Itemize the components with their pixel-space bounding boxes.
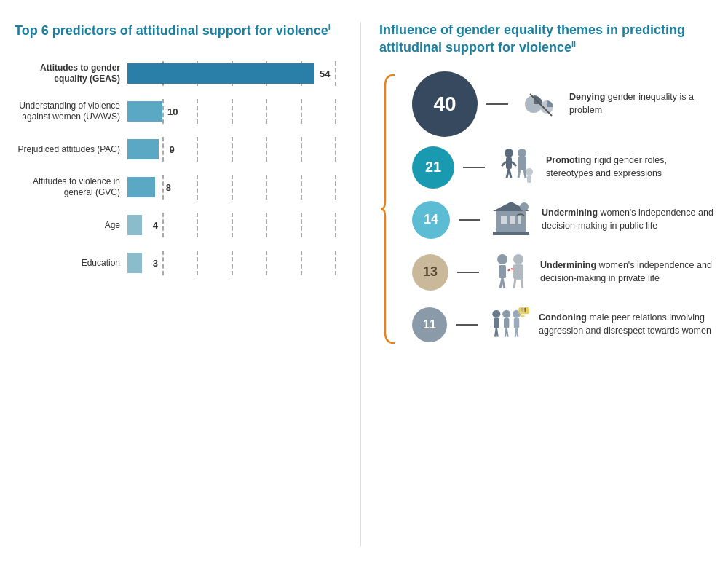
chart-wrapper: 10 <box>127 99 335 124</box>
svg-marker-42 <box>520 314 525 317</box>
grid-line <box>335 61 336 86</box>
bar-row: Understanding of violence against women … <box>15 99 335 124</box>
chart-wrapper: 4 <box>127 213 335 237</box>
theme-icon <box>517 82 561 126</box>
svg-line-37 <box>507 328 508 336</box>
grid-line <box>232 213 233 237</box>
theme-icon <box>488 251 531 294</box>
grid-line <box>335 137 336 162</box>
svg-rect-31 <box>504 318 509 328</box>
bar-fill: 10 <box>127 101 162 122</box>
connector-line <box>459 219 480 221</box>
bar-row: Attitudes to gender equality (GEAS)54 <box>15 61 335 86</box>
svg-rect-19 <box>493 232 529 235</box>
grid-line <box>266 175 267 200</box>
theme-text: Denying gender inequality is a problem <box>569 91 713 117</box>
bar-row: Education3 <box>15 251 335 275</box>
chart-wrapper: 3 <box>127 251 335 275</box>
bar-label: Age <box>15 220 127 232</box>
grid-line <box>301 175 302 200</box>
grid-line <box>232 137 233 162</box>
left-title-sup: i <box>328 23 331 31</box>
svg-rect-18 <box>518 216 521 224</box>
bar-fill: 9 <box>127 139 159 159</box>
orange-bracket <box>379 71 401 347</box>
grid-line <box>162 213 164 237</box>
bar-value: 10 <box>167 106 178 117</box>
svg-point-21 <box>497 254 507 264</box>
bar-value: 3 <box>153 258 158 269</box>
svg-line-27 <box>521 278 523 288</box>
svg-rect-16 <box>501 216 507 224</box>
svg-point-9 <box>518 149 526 157</box>
bar-value: 9 <box>170 144 175 155</box>
connector-line <box>486 103 508 105</box>
grid-line <box>301 251 302 275</box>
circle-item-row: 14 Undermining women's independence and … <box>412 198 713 242</box>
grid-line <box>162 99 164 124</box>
grid-line <box>197 137 198 162</box>
grid-line <box>197 213 198 237</box>
svg-rect-29 <box>494 318 499 328</box>
svg-line-24 <box>502 278 505 288</box>
theme-icon <box>494 146 537 189</box>
grid-line <box>335 99 336 124</box>
grid-line <box>266 251 267 275</box>
bar-label: Attitudes to violence in general (GVC) <box>15 176 127 199</box>
svg-rect-4 <box>506 157 512 169</box>
bar-value: 4 <box>153 220 158 231</box>
grid-line <box>162 251 164 275</box>
grid-line <box>162 137 164 162</box>
svg-line-7 <box>502 162 506 166</box>
svg-rect-13 <box>527 175 531 183</box>
svg-text:!!!: !!! <box>520 307 526 314</box>
left-panel: Top 6 predictors of attitudinal support … <box>15 22 349 546</box>
circle-item-row: 40 Denying gender inequality is a proble… <box>412 71 713 137</box>
svg-line-8 <box>512 162 516 166</box>
value-circle: 14 <box>412 201 450 239</box>
grid-line <box>197 175 198 200</box>
bar-row: Prejudiced attitudes (PAC)9 <box>15 137 335 162</box>
grid-line <box>301 213 302 237</box>
value-circle: 40 <box>412 71 478 137</box>
right-panel: Influence of gender equality themes in p… <box>372 22 713 546</box>
grid-line <box>197 99 198 124</box>
grid-line <box>232 175 233 200</box>
theme-icon <box>489 198 533 242</box>
grid-line <box>232 99 233 124</box>
connector-line <box>457 272 479 273</box>
theme-text: Undermining women's independence and dec… <box>542 207 713 232</box>
value-circle: 13 <box>412 254 448 291</box>
svg-line-35 <box>496 328 498 336</box>
svg-line-26 <box>514 278 515 288</box>
grid-line <box>266 99 267 124</box>
bracket-container: 40 Denying gender inequality is a proble… <box>379 71 713 347</box>
value-circle: 21 <box>412 146 454 189</box>
svg-line-6 <box>509 169 511 178</box>
grid-line <box>301 99 302 124</box>
svg-rect-33 <box>514 318 519 328</box>
circle-item-row: 11 !!! Condoning male peer relations inv… <box>412 303 713 347</box>
bar-fill: 54 <box>127 63 314 84</box>
theme-icon: !!! <box>486 303 530 347</box>
bar-row: Age4 <box>15 213 335 237</box>
right-title-text: Influence of gender equality themes in p… <box>379 23 685 55</box>
connector-line <box>463 167 485 168</box>
svg-point-28 <box>492 309 500 317</box>
theme-text: Condoning male peer relations involving … <box>539 312 713 337</box>
bar-fill: 8 <box>127 177 155 197</box>
svg-line-10 <box>518 169 520 178</box>
theme-text: Undermining women's independence and dec… <box>540 259 713 285</box>
theme-text: Promoting rigid gender roles, stereotype… <box>546 154 713 180</box>
svg-point-3 <box>505 149 513 157</box>
grid-line <box>197 251 198 275</box>
bar-label: Prejudiced attitudes (PAC) <box>15 144 127 156</box>
bar-label: Education <box>15 258 127 269</box>
grid-line <box>335 175 336 200</box>
grid-line <box>232 251 233 275</box>
svg-point-30 <box>502 309 510 317</box>
grid-line <box>266 137 267 162</box>
svg-point-12 <box>526 168 533 175</box>
grid-line <box>335 213 336 237</box>
value-circle: 11 <box>412 307 447 342</box>
